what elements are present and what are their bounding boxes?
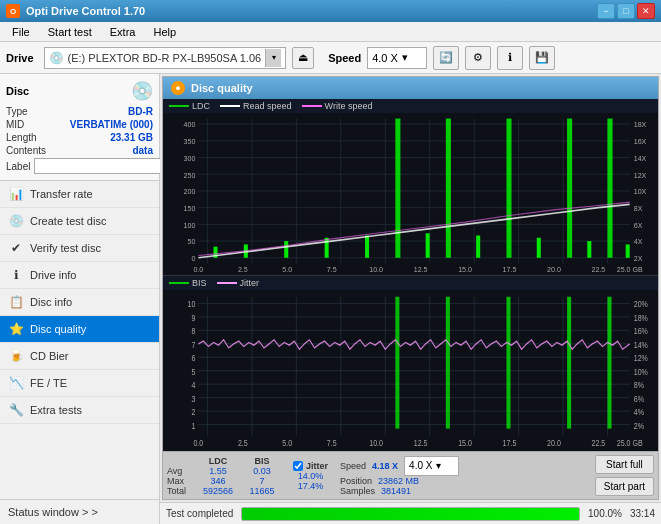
disc-quality-title: Disc quality [191, 82, 253, 94]
info-button[interactable]: ℹ [497, 46, 523, 70]
svg-text:7.5: 7.5 [327, 437, 337, 448]
svg-text:2%: 2% [634, 419, 645, 430]
stats-avg-row: Avg 1.55 0.03 [167, 466, 283, 476]
svg-text:20.0: 20.0 [547, 437, 561, 448]
ldc-legend-label: LDC [192, 101, 210, 111]
svg-text:9: 9 [191, 311, 195, 322]
drive-select[interactable]: 💿 (E:) PLEXTOR BD-R PX-LB950SA 1.06 ▾ [44, 47, 287, 69]
svg-rect-56 [446, 119, 451, 258]
position-row: Position 23862 MB [340, 476, 459, 486]
sidebar-item-create-test-disc[interactable]: 💿 Create test disc [0, 208, 159, 235]
sidebar-item-drive-info[interactable]: ℹ Drive info [0, 262, 159, 289]
stats-header-row: LDC BIS [167, 456, 283, 466]
svg-text:12X: 12X [634, 170, 647, 179]
svg-text:10%: 10% [634, 365, 649, 376]
status-window-button[interactable]: Status window > > [0, 499, 159, 524]
save-button[interactable]: 💾 [529, 46, 555, 70]
drive-label: Drive [6, 52, 34, 64]
disc-length-label: Length [6, 132, 37, 143]
svg-text:25.0 GB: 25.0 GB [617, 437, 643, 448]
disc-title: Disc [6, 85, 29, 97]
jitter-checkbox[interactable] [293, 461, 303, 471]
sidebar-item-transfer-rate[interactable]: 📊 Transfer rate [0, 181, 159, 208]
app-icon: O [6, 4, 20, 18]
menu-extra[interactable]: Extra [102, 24, 144, 40]
svg-text:15.0: 15.0 [458, 437, 472, 448]
disc-type-row: Type BD-R [6, 106, 153, 117]
chart1-legend: LDC Read speed Write speed [163, 99, 658, 113]
chart1-area: 400 350 300 250 200 150 100 50 0 18X 16X [163, 113, 658, 275]
sidebar-item-disc-quality[interactable]: ⭐ Disc quality [0, 316, 159, 343]
eject-button[interactable]: ⏏ [292, 47, 314, 69]
samples-row: Samples 381491 [340, 486, 459, 496]
settings-button[interactable]: ⚙ [465, 46, 491, 70]
bis-legend-label: BIS [192, 278, 207, 288]
svg-text:22.5: 22.5 [592, 265, 606, 274]
bis-legend-color [169, 282, 189, 284]
svg-rect-0 [163, 113, 658, 275]
svg-rect-54 [395, 119, 400, 258]
total-ldc: 592566 [197, 486, 239, 496]
svg-text:4%: 4% [634, 406, 645, 417]
svg-text:8%: 8% [634, 379, 645, 390]
sidebar-item-verify-test-disc[interactable]: ✔ Verify test disc [0, 235, 159, 262]
chart2-svg: 10 9 8 7 6 5 4 3 2 1 20% 18% [163, 290, 658, 452]
jitter-max: 17.4% [293, 481, 328, 491]
disc-label-input[interactable] [34, 158, 167, 174]
svg-text:6X: 6X [634, 220, 643, 229]
avg-label: Avg [167, 466, 195, 476]
svg-text:4X: 4X [634, 237, 643, 246]
status-window-label: Status window > > [8, 506, 98, 518]
menu-start-test[interactable]: Start test [40, 24, 100, 40]
drive-dropdown-arrow[interactable]: ▾ [265, 49, 281, 67]
sidebar-item-fe-te[interactable]: 📉 FE / TE [0, 370, 159, 397]
minimize-button[interactable]: − [597, 3, 615, 19]
verify-test-disc-icon: ✔ [8, 240, 24, 256]
sidebar-item-cd-bier[interactable]: 🍺 CD Bier [0, 343, 159, 370]
start-part-button[interactable]: Start part [595, 477, 654, 496]
sidebar-item-label: Disc info [30, 296, 72, 308]
svg-text:10.0: 10.0 [369, 265, 383, 274]
disc-quality-icon: ⭐ [8, 321, 24, 337]
start-full-button[interactable]: Start full [595, 455, 654, 474]
jitter-label: Jitter [306, 461, 328, 471]
window-title: Opti Drive Control 1.70 [26, 5, 145, 17]
disc-quality-header-icon: ● [171, 81, 185, 95]
position-value: 23862 MB [378, 476, 419, 486]
refresh-button[interactable]: 🔄 [433, 46, 459, 70]
drive-select-value: (E:) PLEXTOR BD-R PX-LB950SA 1.06 [68, 52, 262, 64]
svg-text:8X: 8X [634, 204, 643, 213]
position-label: Position [340, 476, 372, 486]
menu-file[interactable]: File [4, 24, 38, 40]
svg-text:350: 350 [184, 137, 196, 146]
close-button[interactable]: ✕ [637, 3, 655, 19]
svg-rect-62 [607, 119, 612, 258]
stats-bis-header: BIS [241, 456, 283, 466]
maximize-button[interactable]: □ [617, 3, 635, 19]
svg-text:17.5: 17.5 [503, 265, 517, 274]
sidebar-item-extra-tests[interactable]: 🔧 Extra tests [0, 397, 159, 424]
stats-table: LDC BIS Avg 1.55 0.03 Max 346 7 [167, 456, 283, 496]
disc-length-row: Length 23.31 GB [6, 132, 153, 143]
nav-items: 📊 Transfer rate 💿 Create test disc ✔ Ver… [0, 181, 159, 499]
total-label: Total [167, 486, 195, 496]
read-speed-legend-label: Read speed [243, 101, 292, 111]
svg-text:14%: 14% [634, 338, 649, 349]
progress-bar-area: Test completed 100.0% 33:14 [160, 502, 661, 524]
speed-position-section: Speed 4.18 X 4.0 X ▾ Position 23862 MB S… [340, 456, 459, 496]
disc-header: Disc 💿 [6, 80, 153, 102]
menu-help[interactable]: Help [145, 24, 184, 40]
stats-total-row: Total 592566 11665 [167, 486, 283, 496]
stats-bar: LDC BIS Avg 1.55 0.03 Max 346 7 [163, 451, 658, 499]
speed-dropdown-chevron: ▾ [436, 460, 441, 471]
svg-rect-57 [476, 236, 480, 258]
disc-mid-row: MID VERBATIMe (000) [6, 119, 153, 130]
jitter-legend-label: Jitter [240, 278, 260, 288]
svg-rect-118 [506, 296, 510, 428]
sidebar-item-label: Verify test disc [30, 242, 101, 254]
sidebar-item-label: FE / TE [30, 377, 67, 389]
speed-dropdown[interactable]: 4.0 X ▾ [404, 456, 459, 476]
svg-text:7: 7 [191, 338, 195, 349]
speed-select[interactable]: 4.0 X ▾ [367, 47, 427, 69]
sidebar-item-disc-info[interactable]: 📋 Disc info [0, 289, 159, 316]
